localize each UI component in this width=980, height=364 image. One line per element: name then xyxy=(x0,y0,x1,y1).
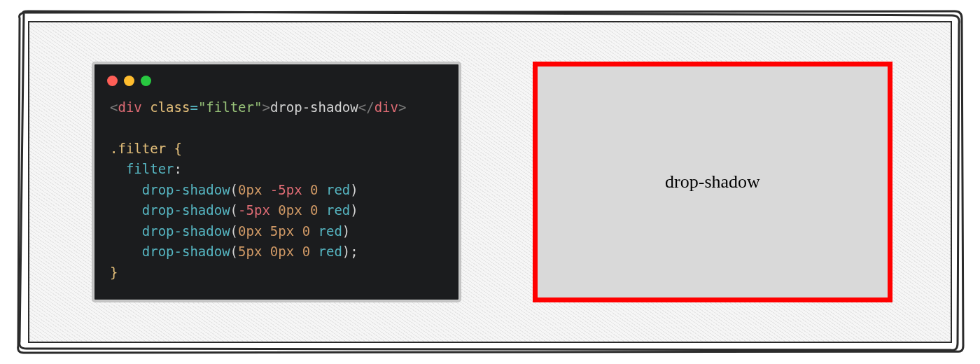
code-token: red xyxy=(318,244,342,259)
code-token: 0 xyxy=(310,182,318,197)
code-token: 0 xyxy=(302,223,310,239)
code-card: <div class="filter">drop-shadow</div> .f… xyxy=(92,62,461,302)
code-token: red xyxy=(318,223,342,239)
code-token: class xyxy=(150,99,190,115)
code-token: -5px xyxy=(238,202,270,218)
code-token: 0px xyxy=(278,202,302,218)
code-token: filter xyxy=(206,99,254,115)
code-token: drop-shadow xyxy=(142,182,230,197)
code-token: 0 xyxy=(310,202,318,218)
code-token: div xyxy=(118,99,141,115)
code-token: .filter xyxy=(110,141,166,156)
code-token: 0px xyxy=(238,223,262,239)
code-token: drop-shadow xyxy=(142,223,230,239)
code-token: 5px xyxy=(238,244,262,259)
code-token: " xyxy=(198,99,206,115)
code-token: > xyxy=(262,99,270,115)
traffic-zoom-icon xyxy=(141,76,151,86)
code-token: 5px xyxy=(270,223,294,239)
traffic-minimize-icon xyxy=(124,76,134,86)
code-token: = xyxy=(190,99,197,115)
code-block: <div class="filter">drop-shadow</div> .f… xyxy=(94,90,458,300)
code-token: } xyxy=(110,265,118,280)
preview-card: drop-shadow xyxy=(538,66,888,298)
code-token: -5px xyxy=(270,182,302,197)
traffic-close-icon xyxy=(107,76,118,86)
code-token: 0px xyxy=(238,182,262,197)
code-token xyxy=(142,99,150,115)
content-row: <div class="filter">drop-shadow</div> .f… xyxy=(29,22,951,342)
code-token: filter xyxy=(126,161,174,176)
code-token: red xyxy=(326,182,350,197)
code-token: </ xyxy=(358,99,374,115)
code-token: 0px xyxy=(270,244,294,259)
code-token: < xyxy=(110,99,118,115)
code-token: { xyxy=(166,141,182,156)
code-token: red xyxy=(326,202,350,218)
preview-label: drop-shadow xyxy=(665,172,760,192)
code-token: drop-shadow xyxy=(142,202,230,218)
window-traffic-lights xyxy=(94,64,458,90)
code-token: " xyxy=(254,99,262,115)
code-token: drop-shadow xyxy=(142,244,230,259)
hatched-panel: <div class="filter">drop-shadow</div> .f… xyxy=(28,21,952,343)
code-token: div xyxy=(374,99,398,115)
code-token: ; xyxy=(350,244,358,259)
code-token: > xyxy=(398,99,406,115)
code-token: 0 xyxy=(302,244,310,259)
code-token: drop-shadow xyxy=(270,99,358,115)
code-token: : xyxy=(174,161,182,176)
